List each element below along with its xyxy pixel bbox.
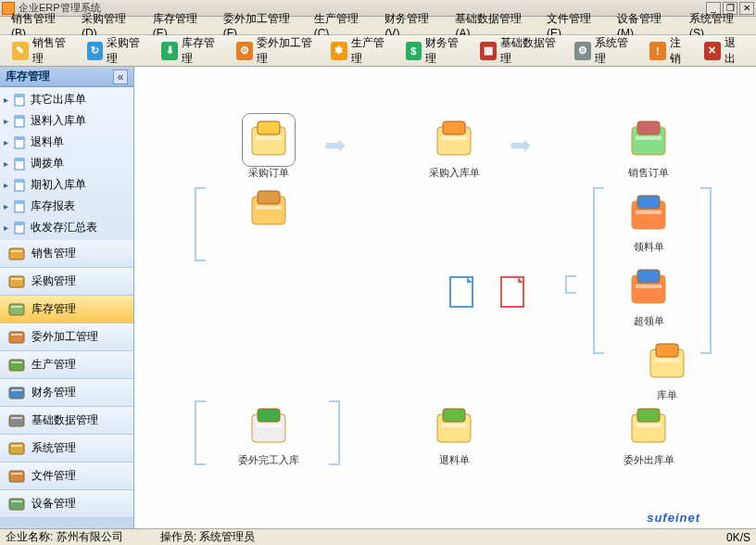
toolbar-注销[interactable]: !注销 xyxy=(643,32,696,70)
doc-icon xyxy=(12,179,27,192)
svg-rect-61 xyxy=(256,424,282,427)
nav-item-基础数据管理[interactable]: 基础数据管理 xyxy=(0,407,133,435)
nav-item-生产管理[interactable]: 生产管理 xyxy=(0,351,133,379)
tree-label: 其它出库单 xyxy=(31,92,86,108)
toolbar-系统管理[interactable]: ⚙系统管理 xyxy=(568,32,641,70)
toolbar-财务管理[interactable]: $财务管理 xyxy=(399,32,472,70)
flow-node-so[interactable]: 销售订单 xyxy=(611,118,686,180)
nav-icon xyxy=(7,467,26,486)
nav-item-销售管理[interactable]: 销售管理 xyxy=(0,240,133,268)
tree-label: 退料入库单 xyxy=(31,113,86,129)
workflow-canvas: sufeinet ➡➡采购订单采购入库单销售订单领料单超领单库单委外完工入库退料… xyxy=(134,67,756,528)
flow-node-icon xyxy=(626,118,671,162)
svg-rect-42 xyxy=(636,136,662,140)
tree-label: 调拨单 xyxy=(31,156,64,171)
toolbar-label: 注销 xyxy=(670,35,689,67)
toolbar-icon: ⚙ xyxy=(236,42,253,60)
svg-rect-19 xyxy=(11,306,22,308)
arrow-icon: ➡ xyxy=(510,130,531,160)
sidebar: 库存管理 « ▸其它出库单▸退料入库单▸退料单▸调拨单▸期初入库单▸库存报表▸收… xyxy=(0,67,134,528)
nav-item-财务管理[interactable]: 财务管理 xyxy=(0,379,133,407)
tree-label: 退料单 xyxy=(31,134,64,150)
toolbar-退出[interactable]: ✕退出 xyxy=(698,32,750,70)
flow-node-pi[interactable]: 采购入库单 xyxy=(417,118,491,180)
svg-rect-57 xyxy=(656,344,678,357)
flow-node-icon xyxy=(246,118,291,162)
tree-item-2[interactable]: ▸退料单 xyxy=(0,132,133,153)
toolbar-icon: ↻ xyxy=(87,42,104,60)
body: 库存管理 « ▸其它出库单▸退料入库单▸退料单▸调拨单▸期初入库单▸库存报表▸收… xyxy=(0,67,756,528)
svg-rect-60 xyxy=(258,409,280,422)
svg-rect-51 xyxy=(636,285,662,288)
toolbar-基础数据管理[interactable]: ▦基础数据管理 xyxy=(473,32,566,70)
tree-item-5[interactable]: ▸库存报表 xyxy=(0,196,133,217)
sidebar-header-label: 库存管理 xyxy=(6,69,113,84)
svg-rect-13 xyxy=(15,222,24,225)
nav-label: 系统管理 xyxy=(32,440,76,456)
nav-item-文件管理[interactable]: 文件管理 xyxy=(0,463,133,490)
toolbar-label: 委外加工管理 xyxy=(257,35,316,67)
nav-label: 采购管理 xyxy=(32,273,76,289)
svg-rect-63 xyxy=(443,409,465,422)
nav-item-委外加工管理[interactable]: 委外加工管理 xyxy=(0,323,133,351)
tree-item-0[interactable]: ▸其它出库单 xyxy=(0,89,133,110)
flow-node-p2[interactable] xyxy=(232,187,306,235)
status-net: 0K/S xyxy=(726,531,750,544)
flow-node-rt[interactable]: 退料单 xyxy=(417,405,491,467)
flow-bracket xyxy=(593,187,604,354)
doc-icon xyxy=(12,222,27,234)
svg-rect-24 xyxy=(9,387,24,399)
nav-icon xyxy=(7,495,26,513)
svg-rect-15 xyxy=(11,250,22,252)
tree-item-1[interactable]: ▸退料入库单 xyxy=(0,110,133,132)
nav-icon xyxy=(7,384,26,402)
nav-item-设备管理[interactable]: 设备管理 xyxy=(0,490,133,518)
flow-node-d2[interactable] xyxy=(477,275,551,316)
tree-item-4[interactable]: ▸期初入库单 xyxy=(0,174,133,196)
toolbar-库存管理[interactable]: ⬇库存管理 xyxy=(155,32,228,70)
toolbar-icon: ⬇ xyxy=(161,42,178,60)
svg-rect-7 xyxy=(15,158,24,161)
flow-node-wi[interactable]: 委外完工入库 xyxy=(232,405,306,467)
sidebar-tree: ▸其它出库单▸退料入库单▸退料单▸调拨单▸期初入库单▸库存报表▸收发存汇总表 xyxy=(0,87,133,240)
flow-node-po[interactable]: 采购订单 xyxy=(232,118,306,180)
flow-node-icon xyxy=(432,405,476,450)
svg-rect-38 xyxy=(443,121,465,134)
svg-rect-33 xyxy=(11,501,22,502)
nav-item-系统管理[interactable]: 系统管理 xyxy=(0,435,133,463)
toolbar-label: 销售管理 xyxy=(32,35,72,67)
flow-node-ml[interactable]: 领料单 xyxy=(611,192,686,254)
toolbar-销售管理[interactable]: ✎销售管理 xyxy=(6,32,79,70)
toolbar-采购管理[interactable]: ↻采购管理 xyxy=(81,32,154,70)
expand-icon: ▸ xyxy=(4,116,8,126)
tree-label: 期初入库单 xyxy=(31,177,86,193)
nav-label: 基础数据管理 xyxy=(32,412,98,428)
toolbar-生产管理[interactable]: ✱生产管理 xyxy=(324,32,397,70)
sidebar-header: 库存管理 « xyxy=(0,67,133,87)
flow-node-icon xyxy=(626,266,671,311)
flow-node-icon xyxy=(432,118,476,162)
toolbar-icon: ⚙ xyxy=(574,42,591,60)
flow-node-rk[interactable]: 库单 xyxy=(630,340,704,402)
flow-node-wo[interactable]: 委外出库单 xyxy=(611,405,686,467)
toolbar-icon: ✱ xyxy=(331,42,347,60)
nav-item-采购管理[interactable]: 采购管理 xyxy=(0,268,133,296)
svg-rect-48 xyxy=(256,206,282,209)
svg-rect-50 xyxy=(637,270,660,283)
arrow-icon: ➡ xyxy=(324,130,346,160)
tree-item-3[interactable]: ▸调拨单 xyxy=(0,153,133,174)
svg-rect-27 xyxy=(11,417,22,419)
tree-item-6[interactable]: ▸收发存汇总表 xyxy=(0,217,133,238)
svg-rect-58 xyxy=(654,359,680,362)
svg-rect-18 xyxy=(9,304,24,315)
flow-node-ex[interactable]: 超领单 xyxy=(611,266,686,328)
toolbar-委外加工管理[interactable]: ⚙委外加工管理 xyxy=(230,32,322,70)
svg-rect-28 xyxy=(9,443,24,454)
nav-icon xyxy=(7,356,26,374)
nav-label: 财务管理 xyxy=(32,385,76,400)
svg-rect-64 xyxy=(441,424,467,427)
sidebar-collapse-button[interactable]: « xyxy=(113,70,128,84)
flow-node-icon xyxy=(645,340,689,385)
nav-item-库存管理[interactable]: 库存管理 xyxy=(0,296,133,323)
doc-icon xyxy=(12,158,27,171)
